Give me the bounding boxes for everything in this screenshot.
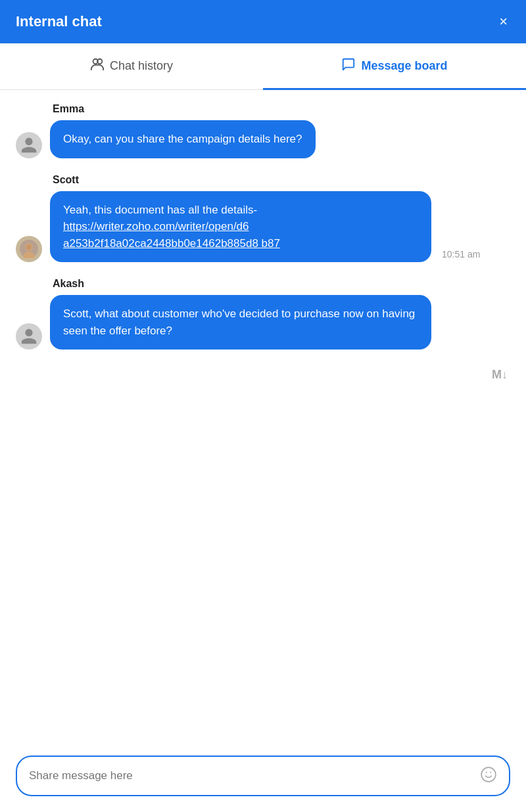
message-row-akash: Scott, what about customer who've decide… — [16, 295, 510, 350]
chat-container: Internal chat × Chat history Message bo — [0, 0, 526, 812]
input-area — [0, 745, 526, 812]
message-group-akash: Akash Scott, what about customer who've … — [16, 278, 510, 350]
message-group-scott: Scott Yeah, this document has all the de… — [16, 174, 510, 263]
message-input[interactable] — [29, 769, 472, 782]
tab-message-board-label: Message board — [361, 59, 447, 73]
close-button[interactable]: × — [496, 12, 510, 32]
svg-point-6 — [481, 767, 496, 782]
bubble-scott: Yeah, this document has all the details-… — [50, 191, 431, 263]
input-wrapper — [16, 756, 510, 796]
avatar-akash — [16, 323, 42, 350]
bubble-emma: Okay, can you share the campaign details… — [50, 120, 316, 158]
message-group-emma: Emma Okay, can you share the campaign de… — [16, 103, 510, 158]
sender-scott: Scott — [53, 174, 510, 186]
tab-chat-history[interactable]: Chat history — [0, 44, 263, 90]
sender-akash: Akash — [53, 278, 510, 290]
sender-emma: Emma — [53, 103, 510, 115]
messages-area: Emma Okay, can you share the campaign de… — [0, 90, 526, 745]
message-row-emma: Okay, can you share the campaign details… — [16, 120, 510, 158]
emoji-button[interactable] — [480, 766, 497, 786]
avatar-emma — [16, 132, 42, 158]
svg-point-5 — [26, 244, 32, 250]
chat-history-icon — [90, 57, 105, 75]
bubble-akash: Scott, what about customer who've decide… — [50, 295, 431, 350]
message-board-icon — [341, 57, 356, 75]
document-link[interactable]: https://writer.zoho.com/writer/open/d6 a… — [63, 220, 280, 250]
markdown-indicator: M↓ — [16, 368, 510, 382]
tab-chat-history-label: Chat history — [110, 59, 173, 73]
header-title: Internal chat — [16, 13, 102, 30]
message-time-scott: 10:51 am — [442, 249, 480, 262]
tabs: Chat history Message board — [0, 43, 526, 90]
avatar-scott — [16, 236, 42, 262]
tab-message-board[interactable]: Message board — [263, 44, 526, 90]
message-row-scott: Yeah, this document has all the details-… — [16, 191, 510, 263]
header: Internal chat × — [0, 0, 526, 43]
